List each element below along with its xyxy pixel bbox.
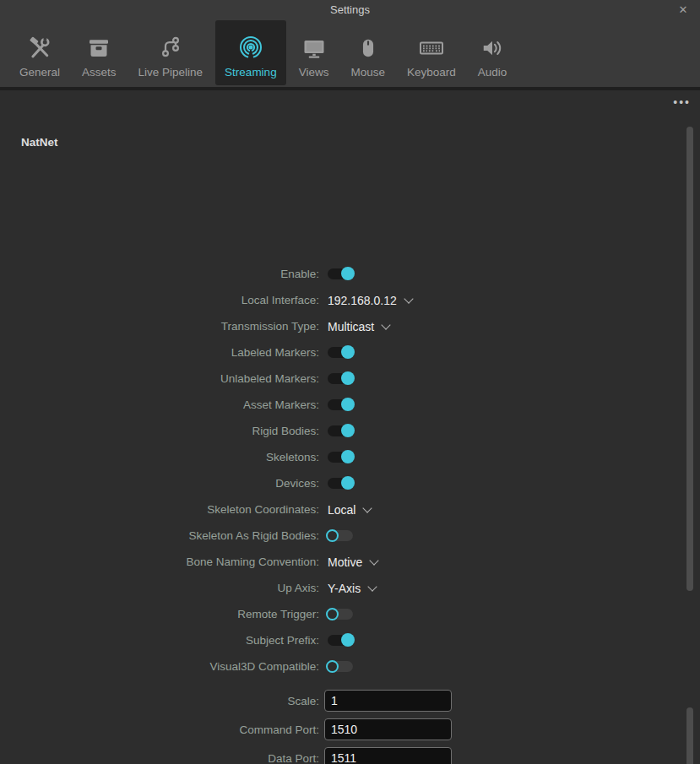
tab-streaming[interactable]: Streaming <box>215 20 286 85</box>
command-port-input[interactable] <box>324 718 452 740</box>
bone-naming-convention-dropdown[interactable]: Motive <box>328 555 377 569</box>
row-transmission-type: Transmission Type:Multicast <box>0 313 667 339</box>
scrollbar-thumb[interactable] <box>686 127 693 591</box>
tab-general[interactable]: General <box>10 20 69 85</box>
row-skeleton-as-rigid-bodies: Skeleton As Rigid Bodies: <box>0 523 667 549</box>
natnet-form: Enable:Local Interface:192.168.0.12Trans… <box>0 261 667 764</box>
toggle-knob <box>326 660 339 673</box>
mouse-icon <box>356 33 380 63</box>
field-label: Subject Prefix: <box>0 634 321 647</box>
field-label: Skeleton Coordinates: <box>0 503 321 516</box>
visual3d-compatible-toggle[interactable] <box>328 661 353 672</box>
labeled-markers-toggle[interactable] <box>328 347 353 358</box>
field-label: Skeletons: <box>0 451 321 463</box>
field-label: Skeleton As Rigid Bodies: <box>0 529 321 542</box>
scrollbar-thumb[interactable] <box>686 707 693 764</box>
tab-label: Streaming <box>225 66 277 79</box>
field-label: Remote Trigger: <box>0 608 321 620</box>
tab-label: Views <box>299 66 329 79</box>
unlabeled-markers-toggle[interactable] <box>328 373 353 384</box>
skeletons-toggle[interactable] <box>328 452 353 463</box>
toggle-knob <box>341 371 355 385</box>
transmission-type-dropdown[interactable]: Multicast <box>328 320 389 333</box>
row-remote-trigger: Remote Trigger: <box>0 601 667 627</box>
field-label: Transmission Type: <box>0 320 321 333</box>
tab-keyboard[interactable]: Keyboard <box>398 20 465 85</box>
tab-audio[interactable]: Audio <box>469 20 517 85</box>
toggle-knob <box>341 345 355 359</box>
skeleton-coordinates-dropdown[interactable]: Local <box>328 503 371 517</box>
row-asset-markers: Asset Markers: <box>0 392 667 418</box>
toggle-knob <box>341 633 355 647</box>
row-unlabeled-markers: Unlabeled Markers: <box>0 366 667 392</box>
field-label: Up Axis: <box>0 582 321 594</box>
field-label: Local Interface: <box>0 294 321 306</box>
dropdown-value: Y-Axis <box>328 582 361 595</box>
row-skeleton-coordinates: Skeleton Coordinates:Local <box>0 496 667 523</box>
field-label: Labeled Markers: <box>0 346 321 359</box>
field-label: Scale: <box>0 695 321 707</box>
row-labeled-markers: Labeled Markers: <box>0 339 667 366</box>
dropdown-value: Local <box>328 503 355 517</box>
field-label: Asset Markers: <box>0 398 321 411</box>
speaker-icon <box>480 33 505 63</box>
broadcast-icon <box>237 33 264 63</box>
toggle-knob <box>326 608 339 620</box>
field-label: Enable: <box>0 268 321 280</box>
row-bone-naming-convention: Bone Naming Convention:Motive <box>0 549 667 575</box>
data-port-input[interactable] <box>324 747 452 764</box>
close-icon[interactable]: ✕ <box>674 0 692 19</box>
tab-label: Audio <box>478 66 507 79</box>
toggle-knob <box>341 450 355 463</box>
settings-tab-bar: GeneralAssetsLive PipelineStreamingViews… <box>0 19 700 87</box>
more-options-icon[interactable]: ••• <box>673 96 691 108</box>
field-label: Devices: <box>0 477 321 490</box>
row-local-interface: Local Interface:192.168.0.12 <box>0 287 667 313</box>
skeleton-as-rigid-bodies-toggle[interactable] <box>328 530 353 541</box>
up-axis-dropdown[interactable]: Y-Axis <box>328 582 376 595</box>
asset-markers-toggle[interactable] <box>328 399 353 410</box>
subject-prefix-toggle[interactable] <box>328 635 353 646</box>
tab-live-pipeline[interactable]: Live Pipeline <box>129 20 213 85</box>
title-bar: Settings ✕ <box>0 0 700 19</box>
chevron-down-icon <box>404 294 413 303</box>
tab-label: Keyboard <box>407 66 456 79</box>
tab-label: Live Pipeline <box>138 66 203 79</box>
rigid-bodies-toggle[interactable] <box>328 425 353 436</box>
chevron-down-icon <box>370 555 379 565</box>
field-label: Bone Naming Convention: <box>0 555 321 568</box>
scale-input[interactable] <box>324 690 452 712</box>
row-data-port: Data Port: <box>0 744 667 764</box>
dropdown-value: Motive <box>328 555 362 569</box>
tab-views[interactable]: Views <box>290 20 339 85</box>
dropdown-value: 192.168.0.12 <box>328 294 397 307</box>
tab-label: General <box>19 66 60 79</box>
field-label: Data Port: <box>0 752 321 764</box>
tab-label: Assets <box>82 66 117 79</box>
bin-icon <box>86 33 111 63</box>
chevron-down-icon <box>382 320 391 329</box>
row-skeletons: Skeletons: <box>0 444 667 470</box>
enable-toggle[interactable] <box>328 268 353 279</box>
keyboard-icon <box>417 33 446 63</box>
chevron-down-icon <box>368 582 377 591</box>
row-rigid-bodies: Rigid Bodies: <box>0 418 667 444</box>
dropdown-value: Multicast <box>328 320 374 333</box>
devices-toggle[interactable] <box>328 478 353 489</box>
tab-mouse[interactable]: Mouse <box>341 20 394 85</box>
tab-label: Mouse <box>350 66 385 79</box>
settings-content: Enable:Local Interface:192.168.0.12Trans… <box>0 90 700 764</box>
local-interface-dropdown[interactable]: 192.168.0.12 <box>328 294 412 307</box>
monitor-icon <box>301 33 328 63</box>
pipeline-icon <box>158 33 183 63</box>
settings-window: Settings ✕ GeneralAssetsLive PipelineStr… <box>0 0 700 764</box>
field-label: Unlabeled Markers: <box>0 372 321 385</box>
tools-icon <box>27 33 52 63</box>
field-label: Visual3D Compatible: <box>0 660 321 673</box>
remote-trigger-toggle[interactable] <box>328 609 353 620</box>
field-label: Command Port: <box>0 723 321 736</box>
row-subject-prefix: Subject Prefix: <box>0 627 667 653</box>
chevron-down-icon <box>363 503 372 512</box>
row-visual3d-compatible: Visual3D Compatible: <box>0 653 667 680</box>
tab-assets[interactable]: Assets <box>73 20 126 85</box>
